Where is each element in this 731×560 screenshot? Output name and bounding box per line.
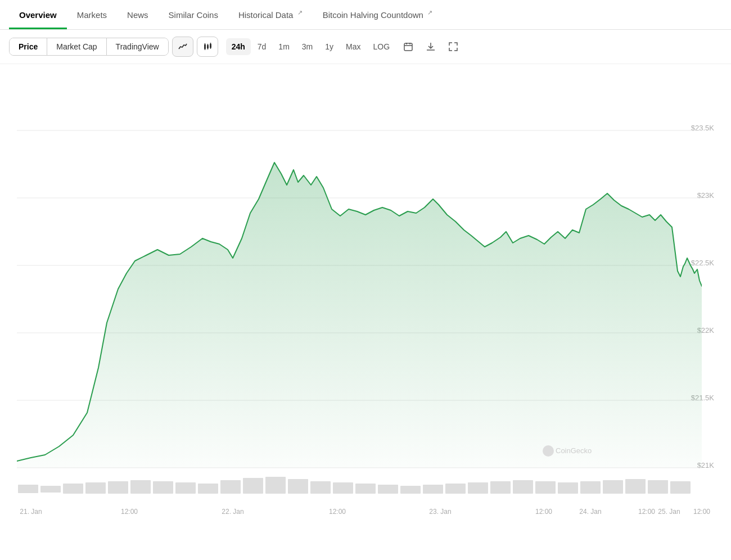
svg-rect-38 xyxy=(198,484,218,494)
chart-toolbar: Price Market Cap TradingView 24h 7d 1m 3… xyxy=(0,30,731,64)
svg-rect-41 xyxy=(265,477,286,494)
svg-rect-31 xyxy=(40,486,61,493)
calendar-button[interactable] xyxy=(399,37,418,56)
svg-rect-51 xyxy=(490,481,511,494)
svg-rect-50 xyxy=(468,482,488,494)
svg-rect-0 xyxy=(204,44,206,49)
candle-chart-icon xyxy=(203,42,212,51)
svg-text:23. Jan: 23. Jan xyxy=(429,508,451,516)
svg-rect-54 xyxy=(558,482,578,494)
svg-rect-30 xyxy=(18,485,38,493)
tab-news[interactable]: News xyxy=(117,1,159,29)
svg-rect-52 xyxy=(513,480,533,494)
svg-text:$22.5K: $22.5K xyxy=(691,259,715,267)
time-range-group: 24h 7d 1m 3m 1y Max LOG xyxy=(226,38,395,55)
svg-rect-44 xyxy=(333,482,353,494)
line-chart-button[interactable] xyxy=(172,37,193,57)
svg-text:22. Jan: 22. Jan xyxy=(222,508,243,516)
price-chart[interactable]: $23.5K $23K $22.5K $22K $21.5K $21K xyxy=(0,64,731,527)
svg-rect-49 xyxy=(445,484,466,494)
download-icon xyxy=(426,42,435,51)
svg-rect-32 xyxy=(63,484,83,494)
svg-rect-47 xyxy=(400,486,421,494)
svg-rect-40 xyxy=(243,478,263,494)
svg-text:24. Jan: 24. Jan xyxy=(579,508,601,516)
svg-rect-42 xyxy=(288,479,308,494)
svg-rect-56 xyxy=(603,480,623,494)
time-1y[interactable]: 1y xyxy=(319,38,339,55)
svg-rect-9 xyxy=(404,43,412,51)
tab-markets[interactable]: Markets xyxy=(67,1,117,29)
external-link-icon-2: ↗ xyxy=(427,9,432,16)
svg-rect-45 xyxy=(355,484,376,494)
svg-rect-37 xyxy=(175,482,196,494)
svg-text:$23K: $23K xyxy=(697,191,715,200)
line-chart-icon xyxy=(178,42,187,51)
tab-similar-coins[interactable]: Similar Coins xyxy=(159,1,228,29)
log-button[interactable]: LOG xyxy=(368,38,396,55)
svg-point-28 xyxy=(543,445,554,457)
tab-overview[interactable]: Overview xyxy=(9,1,67,29)
tab-bitcoin-halving[interactable]: Bitcoin Halving Countdown ↗ xyxy=(313,0,443,29)
svg-text:12:00: 12:00 xyxy=(535,508,552,516)
svg-rect-6 xyxy=(210,44,211,48)
svg-rect-46 xyxy=(378,485,398,494)
svg-rect-48 xyxy=(423,485,443,494)
chart-svg: $23.5K $23K $22.5K $22K $21.5K $21K xyxy=(0,64,731,525)
calendar-icon xyxy=(404,42,413,51)
svg-rect-3 xyxy=(207,45,209,48)
svg-text:$23.5K: $23.5K xyxy=(691,124,715,132)
svg-rect-57 xyxy=(625,479,646,494)
time-1m[interactable]: 1m xyxy=(273,38,295,55)
market-cap-button[interactable]: Market Cap xyxy=(47,38,106,55)
volume-bars xyxy=(18,477,691,494)
svg-rect-55 xyxy=(580,481,601,494)
expand-icon xyxy=(449,42,458,51)
time-3m[interactable]: 3m xyxy=(296,38,318,55)
svg-rect-33 xyxy=(85,482,106,494)
view-toggle: Price Market Cap TradingView xyxy=(9,38,169,56)
price-button[interactable]: Price xyxy=(10,38,47,55)
time-7d[interactable]: 7d xyxy=(252,38,272,55)
svg-rect-59 xyxy=(670,481,691,494)
chart-area: $23.5K $23K $22.5K $22K $21.5K $21K xyxy=(0,64,731,527)
svg-rect-36 xyxy=(153,481,173,494)
external-link-icon: ↗ xyxy=(297,9,303,16)
tradingview-button[interactable]: TradingView xyxy=(106,38,168,55)
svg-text:21. Jan: 21. Jan xyxy=(20,508,42,516)
tab-navigation: Overview Markets News Similar Coins Hist… xyxy=(0,0,731,30)
time-24h[interactable]: 24h xyxy=(226,38,251,55)
tab-historical-data[interactable]: Historical Data ↗ xyxy=(228,0,313,29)
time-max[interactable]: Max xyxy=(340,38,366,55)
svg-rect-35 xyxy=(130,480,151,494)
candle-chart-button[interactable] xyxy=(197,37,218,57)
svg-text:25. Jan: 25. Jan xyxy=(658,508,680,516)
svg-rect-34 xyxy=(108,481,128,494)
svg-text:12:00: 12:00 xyxy=(329,508,346,516)
svg-rect-53 xyxy=(535,481,556,494)
svg-text:CoinGecko: CoinGecko xyxy=(556,446,592,455)
expand-button[interactable] xyxy=(444,37,463,56)
svg-rect-58 xyxy=(648,480,668,494)
download-button[interactable] xyxy=(421,37,440,56)
svg-text:12:00: 12:00 xyxy=(121,508,138,516)
svg-rect-43 xyxy=(310,481,331,494)
svg-rect-39 xyxy=(220,480,241,494)
svg-text:12:00: 12:00 xyxy=(638,508,655,516)
svg-text:12:00: 12:00 xyxy=(693,508,710,516)
